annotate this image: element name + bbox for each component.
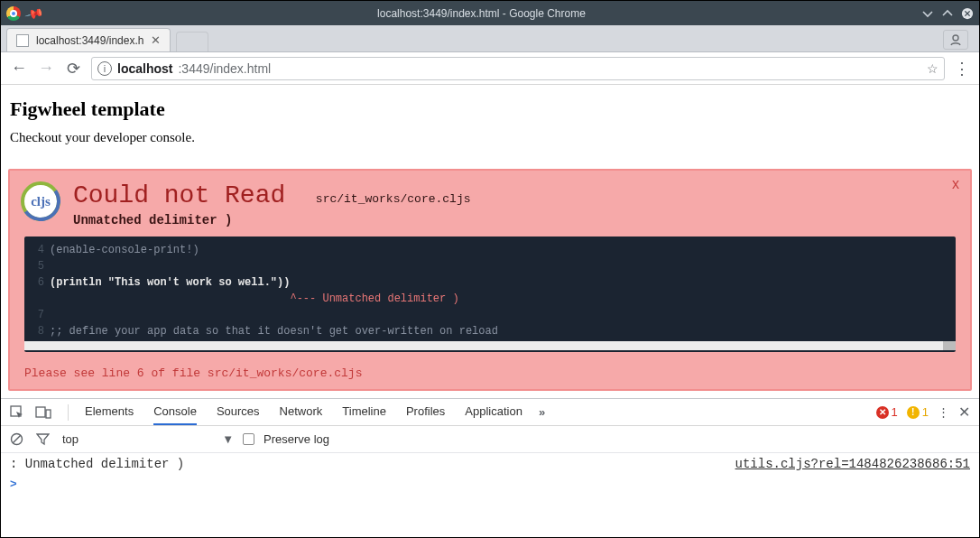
cljs-logo-icon: cljs xyxy=(21,181,60,221)
address-bar[interactable]: i localhost:3449/index.html ☆ xyxy=(91,57,945,80)
browser-menu-icon[interactable]: ⋮ xyxy=(954,59,970,79)
svg-point-1 xyxy=(953,35,958,41)
chrome-icon xyxy=(6,6,21,21)
device-toolbar-icon[interactable] xyxy=(35,405,51,420)
code-line: ^--- Unmatched delimiter ) xyxy=(24,291,956,307)
window-title: localhost:3449/index.html - Google Chrom… xyxy=(42,7,921,20)
back-button[interactable]: ← xyxy=(10,59,28,78)
devtools-tab-console[interactable]: Console xyxy=(153,399,197,425)
window-close-icon[interactable] xyxy=(961,7,974,20)
code-line: 8;; define your app data so that it does… xyxy=(24,323,956,339)
forward-button[interactable]: → xyxy=(37,59,55,78)
console-toolbar: top ▼ Preserve log xyxy=(1,426,979,453)
reload-button[interactable]: ⟳ xyxy=(64,59,82,79)
window-maximize-icon[interactable] xyxy=(941,7,954,20)
new-tab-button[interactable] xyxy=(176,32,208,51)
console-source-link[interactable]: utils.cljs?rel=1484826238686:51 xyxy=(735,457,970,471)
browser-toolbar: ← → ⟳ i localhost:3449/index.html ☆ ⋮ xyxy=(1,52,979,85)
code-scrollbar[interactable] xyxy=(24,341,956,350)
svg-rect-4 xyxy=(46,410,51,418)
devtools-tab-sources[interactable]: Sources xyxy=(217,399,260,425)
devtools-tab-timeline[interactable]: Timeline xyxy=(342,399,386,425)
preserve-log-checkbox[interactable] xyxy=(243,433,254,445)
code-line: 7 xyxy=(24,307,956,323)
browser-tab[interactable]: localhost:3449/index.h ✕ xyxy=(6,28,171,51)
devtools-tabbar: ElementsConsoleSourcesNetworkTimelinePro… xyxy=(1,399,979,426)
chevron-down-icon: ▼ xyxy=(222,432,234,446)
page-subtext: Checkout your developer console. xyxy=(10,130,970,145)
figwheel-code-snippet: 4(enable-console-print!)56(println "This… xyxy=(24,237,956,352)
code-line: 4(enable-console-print!) xyxy=(24,242,956,258)
devtools-error-count[interactable]: ✕1 xyxy=(876,405,898,419)
page-favicon-icon xyxy=(16,34,29,47)
devtools-tab-application[interactable]: Application xyxy=(465,399,522,425)
browser-tabstrip: localhost:3449/index.h ✕ xyxy=(1,25,979,52)
profile-button[interactable] xyxy=(943,30,968,50)
preserve-log-label: Preserve log xyxy=(263,432,329,446)
svg-line-6 xyxy=(13,435,21,443)
url-host: localhost xyxy=(117,61,172,76)
tab-title: localhost:3449/index.h xyxy=(36,34,143,47)
site-info-icon[interactable]: i xyxy=(97,61,112,76)
window-titlebar: 📌 localhost:3449/index.html - Google Chr… xyxy=(1,1,979,25)
figwheel-footer-message: Please see line 6 of file src/it_works/c… xyxy=(24,366,956,380)
devtools-tab-profiles[interactable]: Profiles xyxy=(406,399,445,425)
url-path: :3449/index.html xyxy=(178,61,271,76)
filter-icon[interactable] xyxy=(36,432,50,446)
code-line: 5 xyxy=(24,258,956,274)
code-line: 6(println "This won't work so well.")) xyxy=(24,274,956,291)
inspect-element-icon[interactable] xyxy=(10,405,24,420)
page-viewport: Figwheel template Checkout your develope… xyxy=(1,85,979,537)
figwheel-error-title: Could not Read xyxy=(73,181,285,209)
console-prompt[interactable]: > xyxy=(1,475,979,492)
devtools-warning-count[interactable]: !1 xyxy=(907,405,929,419)
context-selector[interactable]: top ▼ xyxy=(62,432,234,446)
devtools-panel: ElementsConsoleSourcesNetworkTimelinePro… xyxy=(1,398,979,537)
svg-rect-3 xyxy=(36,407,45,417)
window-minimize-icon[interactable] xyxy=(921,7,934,20)
tab-close-icon[interactable]: ✕ xyxy=(151,33,161,47)
clear-console-icon[interactable] xyxy=(10,432,23,446)
figwheel-error-panel: x cljs Could not Read src/it_works/core.… xyxy=(8,169,972,391)
console-log-row: : Unmatched delimiter ) utils.cljs?rel=1… xyxy=(1,453,979,475)
devtools-more-tabs-icon[interactable]: » xyxy=(539,405,545,419)
page-heading: Figwheel template xyxy=(10,97,970,121)
devtools-close-icon[interactable]: ✕ xyxy=(958,404,970,421)
bookmark-icon[interactable]: ☆ xyxy=(927,61,938,76)
console-message: : Unmatched delimiter ) xyxy=(10,457,735,471)
devtools-tab-elements[interactable]: Elements xyxy=(85,399,134,425)
figwheel-error-file: src/it_works/core.cljs xyxy=(316,192,471,206)
figwheel-error-subtitle: Unmatched delimiter ) xyxy=(73,213,471,227)
devtools-tab-network[interactable]: Network xyxy=(280,399,323,425)
figwheel-close-icon[interactable]: x xyxy=(952,176,959,192)
devtools-menu-icon[interactable]: ⋮ xyxy=(938,405,949,419)
